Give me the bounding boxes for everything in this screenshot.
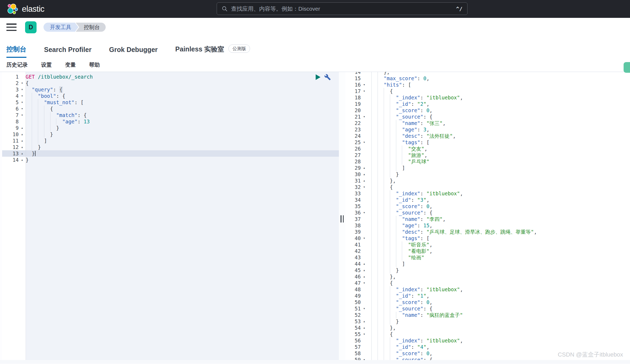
code-line[interactable]: 2▾{: [2, 80, 339, 86]
fold-toggle-icon[interactable]: ▾: [361, 280, 368, 286]
fold-toggle-icon[interactable]: ▾: [361, 235, 368, 241]
fold-toggle-icon[interactable]: ▾: [19, 93, 26, 99]
fold-toggle-icon[interactable]: ▾: [361, 88, 368, 94]
code-line[interactable]: 15"max_score": 0,: [345, 75, 630, 82]
code-line[interactable]: 18"_index": "itbluebox",: [345, 94, 630, 101]
toolbar-item-变量[interactable]: 变量: [65, 61, 76, 68]
request-options-button[interactable]: [324, 74, 331, 80]
code-line[interactable]: 45▴}: [345, 267, 630, 273]
code-line[interactable]: 42"看电影",: [345, 248, 630, 254]
tab-Painless 实验室[interactable]: Painless 实验室公测版: [175, 45, 250, 58]
code-line[interactable]: 14▴}: [2, 157, 339, 163]
fold-toggle-icon[interactable]: ▴: [361, 273, 368, 280]
code-line[interactable]: 44▴]: [345, 261, 630, 267]
fold-toggle-icon[interactable]: ▴: [361, 318, 368, 325]
fold-toggle-icon[interactable]: ▾: [19, 106, 26, 112]
elastic-logo[interactable]: elastic: [7, 3, 44, 15]
tab-控制台[interactable]: 控制台: [6, 45, 26, 58]
toolbar-item-历史记录[interactable]: 历史记录: [6, 61, 28, 68]
fold-toggle-icon[interactable]: ▾: [19, 86, 26, 93]
code-line[interactable]: 47▾{: [345, 280, 630, 286]
code-line[interactable]: 30▴}: [345, 171, 630, 177]
code-line[interactable]: 57"_id": "4",: [345, 344, 630, 350]
fold-toggle-icon[interactable]: ▴: [19, 150, 26, 157]
code-line[interactable]: 34"_id": "3",: [345, 197, 630, 203]
code-line[interactable]: 20"_score": 0,: [345, 107, 630, 114]
code-line[interactable]: 29▴]: [345, 165, 630, 171]
code-line[interactable]: 43"绘画": [345, 254, 630, 261]
fold-toggle-icon[interactable]: ▴: [19, 157, 26, 163]
code-line[interactable]: 27"旅游",: [345, 152, 630, 158]
code-line[interactable]: 36▾"_source": {: [345, 209, 630, 216]
global-search-input[interactable]: 查找应用、内容等。例如：Discover ^/: [217, 2, 467, 15]
code-line[interactable]: 37"name": "李四",: [345, 216, 630, 222]
fold-toggle-icon[interactable]: ▾: [19, 80, 26, 86]
fold-toggle-icon[interactable]: ▴: [361, 261, 368, 267]
code-line[interactable]: 19"_id": "2",: [345, 101, 630, 107]
code-line[interactable]: 40▾"tags": [: [345, 235, 630, 241]
code-line[interactable]: 24"desc": "法外狂徒",: [345, 133, 630, 139]
code-line[interactable]: 13▴}: [2, 150, 339, 157]
fold-toggle-icon[interactable]: ▾: [361, 114, 368, 120]
code-line[interactable]: 51▾"_source": {: [345, 305, 630, 312]
code-line[interactable]: 4▾"bool": {: [2, 93, 339, 99]
code-line[interactable]: 21▾"_source": {: [345, 114, 630, 120]
code-line[interactable]: 48"_index": "itbluebox",: [345, 286, 630, 293]
code-line[interactable]: 41"听音乐",: [345, 241, 630, 248]
fold-toggle-icon[interactable]: ▴: [19, 125, 26, 131]
breadcrumb-item[interactable]: 开发工具: [43, 23, 75, 32]
code-line[interactable]: 28"乒乓球": [345, 158, 630, 165]
fold-toggle-icon[interactable]: ▾: [361, 357, 368, 360]
request-editor-panel[interactable]: 1GET /itbluebox/_search2▾{3▾"query": {4▾…: [2, 72, 339, 360]
tab-Search Profiler[interactable]: Search Profiler: [44, 46, 92, 58]
code-line[interactable]: 5▾"must_not": [: [2, 99, 339, 106]
code-line[interactable]: 14},: [345, 72, 630, 75]
tab-Grok Debugger[interactable]: Grok Debugger: [109, 46, 158, 58]
code-line[interactable]: 9▴}: [2, 125, 339, 131]
fold-toggle-icon[interactable]: ▴: [19, 144, 26, 150]
send-request-button[interactable]: [315, 74, 321, 80]
code-line[interactable]: 26"交友",: [345, 145, 630, 152]
fold-toggle-icon[interactable]: ▾: [361, 139, 368, 145]
fold-toggle-icon[interactable]: ▴: [19, 131, 26, 137]
fold-toggle-icon[interactable]: ▴: [361, 267, 368, 273]
code-line[interactable]: 31▴},: [345, 177, 630, 184]
fold-toggle-icon[interactable]: ▴: [19, 137, 26, 144]
code-line[interactable]: 54▴},: [345, 325, 630, 331]
code-line[interactable]: 22"name": "张三",: [345, 120, 630, 126]
code-line[interactable]: 10▴}: [2, 131, 339, 137]
fold-toggle-icon[interactable]: ▾: [361, 184, 368, 190]
menu-icon[interactable]: [6, 23, 17, 31]
fold-toggle-icon[interactable]: ▴: [361, 177, 368, 184]
code-line[interactable]: 16▾"hits": [: [345, 82, 630, 88]
code-line[interactable]: 11▴]: [2, 137, 339, 144]
code-line[interactable]: 53▴}: [345, 318, 630, 325]
fold-toggle-icon[interactable]: ▴: [361, 165, 368, 171]
code-line[interactable]: 50"_score": 0,: [345, 299, 630, 305]
floating-side-widget[interactable]: [624, 62, 630, 73]
fold-toggle-icon[interactable]: ▴: [361, 171, 368, 177]
space-avatar[interactable]: D: [25, 21, 37, 33]
code-line[interactable]: 25▾"tags": [: [345, 139, 630, 145]
drag-handle-icon[interactable]: [340, 215, 344, 223]
fold-toggle-icon[interactable]: ▴: [361, 325, 368, 331]
code-line[interactable]: 52"name": "疯狂的蓝盒子": [345, 312, 630, 318]
toolbar-item-帮助[interactable]: 帮助: [89, 61, 100, 68]
code-line[interactable]: 32▾{: [345, 184, 630, 190]
fold-toggle-icon[interactable]: ▾: [361, 331, 368, 337]
code-line[interactable]: 3▾"query": {: [2, 86, 339, 93]
fold-toggle-icon[interactable]: ▾: [361, 305, 368, 312]
code-line[interactable]: 12▴}: [2, 144, 339, 150]
code-line[interactable]: 7▾"match": {: [2, 112, 339, 118]
code-line[interactable]: 55▾{: [345, 331, 630, 337]
panel-divider[interactable]: [339, 72, 345, 360]
code-line[interactable]: 33"_index": "itbluebox",: [345, 190, 630, 197]
fold-toggle-icon[interactable]: ▾: [361, 209, 368, 216]
fold-toggle-icon[interactable]: ▾: [361, 82, 368, 88]
code-line[interactable]: 49"_id": "1",: [345, 293, 630, 299]
code-line[interactable]: 35"_score": 0,: [345, 203, 630, 209]
toolbar-item-设置[interactable]: 设置: [41, 61, 52, 68]
fold-toggle-icon[interactable]: ▾: [19, 99, 26, 106]
response-viewer-panel[interactable]: 14},15"max_score": 0,16▾"hits": [17▾{18"…: [345, 72, 630, 360]
code-line[interactable]: 56"_index": "itbluebox",: [345, 337, 630, 344]
